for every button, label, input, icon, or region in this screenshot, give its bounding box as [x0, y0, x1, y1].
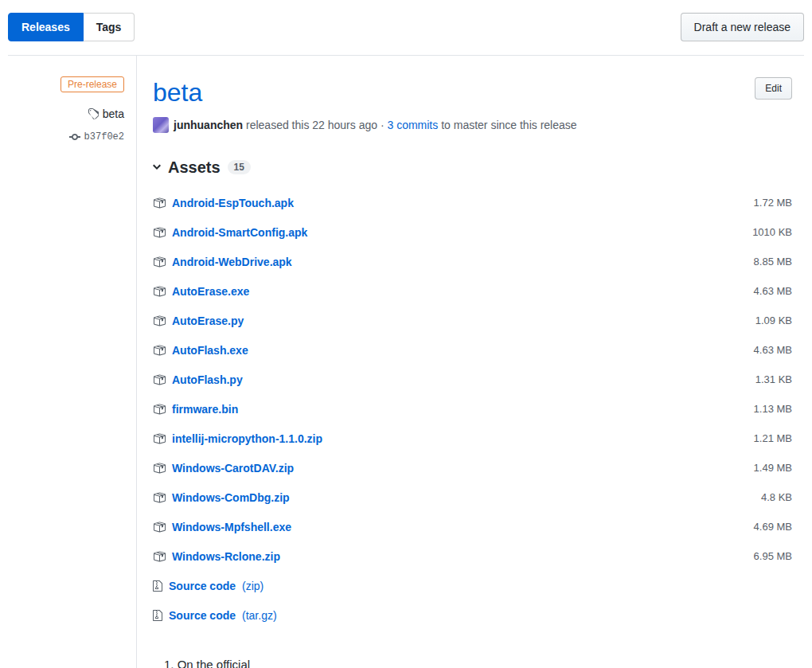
asset-row: Source code (tar.gz)	[153, 600, 792, 630]
source-code-targz-link[interactable]: Source code (tar.gz)	[153, 609, 277, 622]
file-zip-icon	[153, 609, 162, 622]
asset-row: Windows-CarotDAV.zip 1.49 MB	[153, 453, 792, 482]
tag-row: beta	[8, 107, 124, 120]
package-icon	[153, 197, 166, 209]
asset-row: Android-EspTouch.apk 1.72 MB	[153, 188, 792, 217]
asset-size: 4.63 MB	[754, 285, 792, 297]
package-icon	[153, 491, 166, 504]
asset-download-link[interactable]: Android-WebDrive.apk	[153, 256, 292, 268]
assets-list: Android-EspTouch.apk 1.72 MB Android-Sma…	[153, 188, 792, 630]
asset-name: AutoErase.py	[172, 314, 244, 327]
asset-download-link[interactable]: AutoFlash.exe	[153, 344, 248, 357]
asset-name: Android-EspTouch.apk	[172, 197, 294, 209]
asset-row: Android-WebDrive.apk 8.85 MB	[153, 247, 792, 276]
asset-row: AutoErase.py 1.09 KB	[153, 306, 792, 335]
release-meta-text: junhuanchen released this 22 hours ago ·…	[174, 119, 577, 131]
releases-page: Releases Tags Draft a new release Pre-re…	[8, 0, 804, 668]
asset-name: Source code	[169, 580, 236, 592]
content-area: Pre-release beta b37f0e2 beta Edit junhu…	[8, 55, 804, 668]
package-icon	[153, 285, 166, 298]
git-commit-icon	[69, 131, 80, 143]
edit-release-button[interactable]: Edit	[755, 77, 792, 100]
asset-size: 4.63 MB	[754, 344, 792, 356]
top-bar: Releases Tags Draft a new release	[8, 0, 804, 55]
asset-name: AutoFlash.exe	[172, 344, 248, 357]
prerelease-badge: Pre-release	[61, 76, 124, 92]
asset-download-link[interactable]: Windows-Rclone.zip	[153, 550, 280, 563]
package-icon	[153, 550, 166, 563]
asset-row: Android-SmartConfig.apk 1010 KB	[153, 217, 792, 247]
asset-name: intellij-micropython-1.1.0.zip	[172, 432, 322, 445]
asset-size: 1.09 KB	[755, 314, 792, 326]
asset-download-link[interactable]: Windows-Mpfshell.exe	[153, 521, 291, 533]
file-zip-icon	[153, 580, 162, 592]
asset-download-link[interactable]: Windows-ComDbg.zip	[153, 491, 290, 504]
assets-heading: Assets	[168, 158, 221, 177]
asset-size: 6.95 MB	[754, 550, 792, 562]
commits-link[interactable]: 3 commits	[387, 119, 438, 131]
asset-name: AutoFlash.py	[172, 373, 243, 386]
asset-row: Source code (zip)	[153, 571, 792, 600]
package-icon	[153, 256, 166, 268]
release-description: 1. On the official	[153, 658, 792, 668]
asset-size: 8.85 MB	[754, 256, 792, 268]
asset-download-link[interactable]: firmware.bin	[153, 403, 238, 416]
asset-size: 1.72 MB	[754, 197, 792, 209]
asset-size: 1.21 MB	[754, 432, 792, 444]
package-icon	[153, 226, 166, 239]
asset-download-link[interactable]: AutoErase.py	[153, 314, 244, 327]
package-icon	[153, 432, 166, 445]
source-code-zip-link[interactable]: Source code (zip)	[153, 580, 264, 592]
releases-tags-toggle: Releases Tags	[8, 13, 135, 41]
asset-size: 1010 KB	[752, 226, 792, 238]
avatar[interactable]	[153, 117, 169, 133]
asset-row: Windows-Rclone.zip 6.95 MB	[153, 541, 792, 571]
commit-hash-link[interactable]: b37f0e2	[84, 131, 124, 143]
asset-row: AutoFlash.py 1.31 KB	[153, 365, 792, 394]
asset-name: Windows-ComDbg.zip	[172, 491, 290, 504]
asset-row: Windows-Mpfshell.exe 4.69 MB	[153, 512, 792, 541]
commit-row: b37f0e2	[8, 131, 124, 143]
asset-download-link[interactable]: AutoErase.exe	[153, 285, 249, 298]
asset-name: Android-WebDrive.apk	[172, 256, 292, 268]
asset-size: 4.8 KB	[761, 491, 792, 503]
asset-download-link[interactable]: AutoFlash.py	[153, 373, 243, 386]
release-title[interactable]: beta	[153, 77, 202, 107]
tag-name: beta	[103, 107, 124, 120]
assets-toggle[interactable]: Assets 15	[153, 158, 792, 177]
package-icon	[153, 462, 166, 475]
release-meta: junhuanchen released this 22 hours ago ·…	[153, 117, 792, 133]
asset-size: 1.49 MB	[754, 462, 792, 474]
release-sidebar: Pre-release beta b37f0e2	[8, 56, 137, 668]
asset-download-link[interactable]: Windows-CarotDAV.zip	[153, 462, 294, 475]
tab-tags[interactable]: Tags	[84, 13, 135, 41]
released-suffix: to master since this release	[438, 119, 576, 131]
package-icon	[153, 344, 166, 357]
package-icon	[153, 373, 166, 386]
asset-name: firmware.bin	[172, 403, 238, 416]
tag-icon	[88, 107, 99, 120]
asset-name: Windows-Mpfshell.exe	[172, 521, 291, 533]
asset-download-link[interactable]: Android-EspTouch.apk	[153, 197, 294, 209]
asset-name: Windows-Rclone.zip	[172, 550, 280, 563]
package-icon	[153, 314, 166, 327]
release-description-line: 1. On the official	[153, 658, 792, 668]
asset-download-link[interactable]: Android-SmartConfig.apk	[153, 226, 307, 239]
tab-releases[interactable]: Releases	[8, 13, 84, 41]
asset-name: Source code	[169, 609, 236, 622]
asset-suffix: (tar.gz)	[242, 609, 277, 622]
asset-size: 1.13 MB	[754, 403, 792, 415]
package-icon	[153, 403, 166, 416]
release-main: beta Edit junhuanchen released this 22 h…	[137, 56, 804, 668]
draft-new-release-button[interactable]: Draft a new release	[681, 13, 804, 41]
asset-name: Windows-CarotDAV.zip	[172, 462, 294, 475]
asset-row: Windows-ComDbg.zip 4.8 KB	[153, 482, 792, 512]
package-icon	[153, 521, 166, 533]
asset-download-link[interactable]: intellij-micropython-1.1.0.zip	[153, 432, 322, 445]
assets-count-badge: 15	[228, 160, 251, 174]
asset-size: 1.31 KB	[755, 373, 792, 385]
chevron-down-icon	[153, 161, 161, 174]
asset-row: intellij-micropython-1.1.0.zip 1.21 MB	[153, 424, 792, 453]
author-link[interactable]: junhuanchen	[174, 119, 243, 131]
asset-name: Android-SmartConfig.apk	[172, 226, 307, 239]
